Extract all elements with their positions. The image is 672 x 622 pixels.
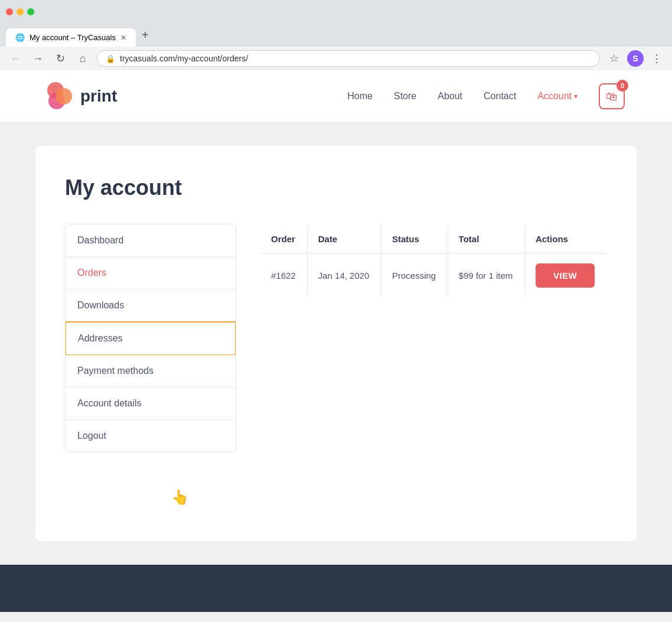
tab-favicon: 🌐	[15, 33, 25, 42]
url-text: trycasuals.com/my-account/orders/	[120, 54, 248, 63]
logo-icon	[47, 82, 76, 110]
nav-account[interactable]: Account ▾	[537, 91, 578, 102]
col-actions: Actions	[524, 224, 606, 254]
view-order-btn[interactable]: VIEW	[536, 263, 595, 288]
col-total: Total	[448, 224, 524, 254]
site-header: print Home Store About Contact Account ▾…	[0, 70, 672, 122]
order-actions: VIEW	[524, 254, 606, 298]
logo-circle-orange	[56, 88, 72, 105]
sidebar-item-orders[interactable]: Orders	[66, 257, 236, 289]
sidebar-item-addresses[interactable]: Addresses	[65, 321, 236, 356]
forward-btn[interactable]: →	[30, 50, 46, 67]
table-header-row: Order Date Status Total Actions	[260, 224, 607, 254]
account-sidebar: Dashboard Orders Downloads Addresses Pay…	[65, 224, 236, 452]
tab-close-btn[interactable]: ✕	[120, 34, 126, 42]
menu-btn[interactable]: ⋮	[648, 50, 665, 67]
cursor-pointer-icon: 👆	[171, 489, 189, 506]
orders-section: Order Date Status Total Actions #1622	[260, 224, 607, 452]
minimize-window-btn[interactable]	[17, 8, 24, 15]
cart-icon: 🛍	[606, 90, 618, 103]
browser-titlebar	[0, 0, 672, 24]
main-content: My account Dashboard Orders Downloads Ad…	[0, 122, 672, 565]
page-title: My account	[65, 175, 607, 200]
logo-text: print	[80, 87, 117, 106]
sidebar-item-dashboard[interactable]: Dashboard	[66, 224, 236, 257]
order-total: $99 for 1 item	[448, 254, 524, 298]
home-btn[interactable]: ⌂	[74, 50, 91, 67]
address-bar[interactable]: 🔒 trycasuals.com/my-account/orders/	[97, 50, 600, 67]
account-layout: Dashboard Orders Downloads Addresses Pay…	[65, 224, 607, 452]
table-row: #1622 Jan 14, 2020 Processing $99 for 1 …	[260, 254, 607, 298]
col-date: Date	[307, 224, 381, 254]
nav-about[interactable]: About	[438, 91, 462, 102]
new-tab-btn[interactable]: +	[136, 24, 155, 47]
sidebar-item-logout[interactable]: Logout	[66, 420, 236, 452]
security-icon: 🔒	[106, 54, 115, 63]
browser-toolbar: ← → ↻ ⌂ 🔒 trycasuals.com/my-account/orde…	[0, 47, 672, 70]
close-window-btn[interactable]	[6, 8, 13, 15]
order-date: Jan 14, 2020	[307, 254, 381, 298]
chevron-down-icon: ▾	[574, 92, 578, 100]
account-card: My account Dashboard Orders Downloads Ad…	[35, 146, 637, 541]
nav-store[interactable]: Store	[394, 91, 416, 102]
tab-bar: 🌐 My account – TryCasuals ✕ +	[0, 24, 672, 47]
order-status: Processing	[381, 254, 448, 298]
cart-count: 0	[616, 80, 628, 92]
maximize-window-btn[interactable]	[27, 8, 34, 15]
sidebar-item-payment-methods[interactable]: Payment methods	[66, 355, 236, 387]
active-tab[interactable]: 🌐 My account – TryCasuals ✕	[6, 28, 136, 47]
col-status: Status	[381, 224, 448, 254]
reload-btn[interactable]: ↻	[52, 50, 68, 67]
order-number: #1622	[260, 254, 308, 298]
cart-btn[interactable]: 🛍 0	[599, 83, 625, 109]
orders-table: Order Date Status Total Actions #1622	[260, 224, 607, 298]
content-area: 👆	[65, 452, 607, 512]
sidebar-item-downloads[interactable]: Downloads	[66, 289, 236, 322]
logo-area: print	[47, 82, 117, 110]
tab-title: My account – TryCasuals	[30, 33, 116, 42]
bookmark-btn[interactable]: ☆	[606, 50, 622, 67]
col-order: Order	[260, 224, 308, 254]
site-nav: Home Store About Contact Account ▾ 🛍 0	[347, 83, 625, 109]
nav-home[interactable]: Home	[347, 91, 373, 102]
sidebar-item-account-details[interactable]: Account details	[66, 387, 236, 420]
toolbar-actions: ☆ S ⋮	[606, 50, 665, 67]
window-controls	[6, 8, 34, 15]
page-content: print Home Store About Contact Account ▾…	[0, 70, 672, 612]
nav-account-label: Account	[537, 91, 572, 102]
back-btn[interactable]: ←	[7, 50, 24, 67]
nav-contact[interactable]: Contact	[484, 91, 516, 102]
site-footer	[0, 565, 672, 612]
user-avatar[interactable]: S	[627, 50, 644, 67]
